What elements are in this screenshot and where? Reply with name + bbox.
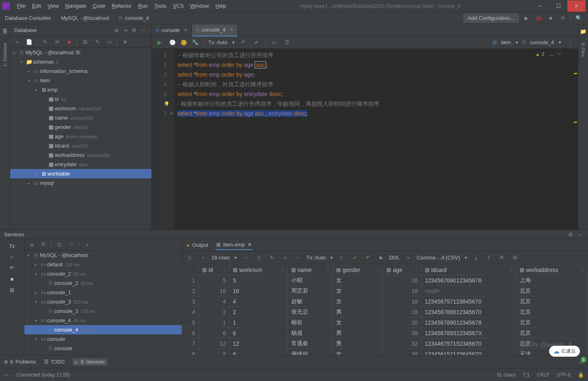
maximize-button[interactable]: ☐ [549, 0, 567, 12]
layout-icon[interactable]: ⊞ [10, 287, 14, 293]
result-grid[interactable]: ⊞ id ÷⊞ worknum ÷⊞ name ÷⊞ gender ÷⊞ age… [182, 264, 588, 360]
notifications-icon[interactable]: ▭1 [579, 359, 584, 365]
tab-services[interactable]: ▷8: Services [72, 358, 107, 366]
expand-icon[interactable]: ⇲ [27, 240, 36, 249]
service-row[interactable]: ▾▭console [24, 334, 182, 344]
col-workaddress[interactable]: ⊞ workaddress ÷ [516, 265, 588, 275]
filter2-icon[interactable]: ⚐ [67, 240, 76, 249]
menu-view[interactable]: View [44, 1, 62, 11]
tab-problems[interactable]: ⊘6: Problems [4, 359, 36, 365]
close-button[interactable]: ✕ [567, 0, 586, 12]
collapse2-icon[interactable]: ⇱ [39, 240, 48, 249]
reload-icon[interactable]: ↻ [267, 253, 276, 262]
minimize-button[interactable]: ─ [531, 0, 549, 12]
tree-row[interactable]: ▾⎘MySQL - @localhost 5 [10, 48, 151, 57]
history-icon[interactable]: 🕘 [168, 38, 177, 47]
tree-row[interactable]: ▾⊞emp [10, 85, 151, 94]
crumb-0[interactable]: Database Consoles [5, 15, 51, 21]
search-icon[interactable]: 🔍 [574, 14, 583, 23]
hide-icon[interactable]: ─ [138, 26, 147, 35]
group-icon[interactable]: ⊡ [55, 240, 64, 249]
col-idcard[interactable]: ⊞ idcard ÷ [421, 265, 516, 275]
tx-icon[interactable]: Tx [9, 243, 15, 249]
service-row[interactable]: ⎘console [24, 344, 182, 353]
tab-todo[interactable]: ☰TODO [44, 359, 64, 365]
update-icon[interactable]: ⟳ [558, 14, 567, 23]
warnings-indicator[interactable]: 2 ︿ ﹀ [535, 51, 562, 58]
menu-edit[interactable]: Edit [29, 1, 44, 11]
table-row[interactable]: 71212常遇春男32123446757152345670北京 [183, 338, 588, 349]
service-row[interactable]: ▸▭default 152 ms [24, 260, 182, 269]
export-format[interactable]: Comma-...d (CSV) [417, 255, 460, 261]
menu-tools[interactable]: Tools [151, 1, 170, 11]
tree-row[interactable]: ▾📁schemas 5 [10, 57, 151, 66]
add-configuration-button[interactable]: Add Configuration... [463, 13, 519, 23]
tree-row[interactable]: ▾▭item [10, 76, 151, 85]
sidebar-tab-files[interactable]: 0: Files [581, 43, 586, 57]
services-tree[interactable]: ▾⎘MySQL - @localhost▸▭default 152 ms▾▭co… [24, 250, 182, 360]
tree-row[interactable]: ▦id int [10, 94, 151, 104]
sidebar-tab-database[interactable]: 1: Database [2, 43, 7, 66]
upload-icon[interactable]: ⭱ [485, 253, 494, 262]
table-row[interactable]: 511柳岩女20123456789012345678北京 [183, 317, 588, 328]
stop3-icon[interactable]: ■ [376, 253, 385, 262]
table-row[interactable]: 155小昭女16123456769012345678上海 [183, 275, 588, 286]
prev-icon[interactable]: ‹ [198, 253, 207, 262]
first-icon[interactable]: |‹ [185, 253, 194, 262]
tree-row[interactable]: ▦idcard char(18) [10, 141, 151, 150]
submit-icon[interactable]: ✔ [350, 253, 359, 262]
collapse-icon[interactable]: ⇥ [121, 26, 130, 35]
scroll-from-source-icon[interactable]: ⊕ [112, 26, 121, 35]
indent-icon[interactable]: ▭ [4, 372, 9, 378]
tree-row[interactable]: ▸⊞worktable [10, 169, 151, 178]
explain-icon[interactable]: ▭ [270, 38, 279, 47]
rollback2-icon[interactable]: ↶ [363, 253, 372, 262]
settings-icon[interactable]: ⚙ [130, 26, 138, 35]
files-icon[interactable]: 📁 [580, 28, 586, 34]
service-row[interactable]: ▾▭console_4 49 ms [24, 316, 182, 325]
tree-row[interactable]: ▦entrydate date [10, 160, 151, 169]
hide-icon[interactable]: ─ [575, 230, 584, 239]
table-row[interactable]: 666杨逍男2812345678931234567X北京 [183, 328, 588, 338]
commit-icon[interactable] [181, 40, 187, 45]
tx-mode[interactable]: Tx: Auto [208, 39, 228, 45]
check-icon[interactable]: ✔ [10, 254, 14, 260]
close-icon[interactable]: ✕ [247, 242, 252, 248]
service-row[interactable]: ▸▭console_1 [24, 288, 182, 297]
col-age[interactable]: ⊞ age ÷ [383, 265, 421, 275]
lock-icon[interactable]: 🔒 [578, 372, 584, 378]
last-icon[interactable]: ›| [254, 253, 263, 262]
tab-console-4[interactable]: ⎘ console_4 ✕ [192, 24, 238, 36]
revert-icon[interactable]: ⎌ [337, 253, 346, 262]
table-row[interactable]: 422张无忌男18123456789012345670北京 [183, 307, 588, 317]
next-icon[interactable]: › [241, 253, 250, 262]
table-row[interactable]: 21616周芷若女18<null>北京 [183, 286, 588, 296]
more-icon[interactable]: ⋮ [566, 38, 575, 47]
debug-icon[interactable]: 🐞 [534, 14, 543, 23]
row-count[interactable]: 16 rows [211, 255, 230, 261]
stop2-icon[interactable]: ■ [11, 276, 14, 282]
tab-table[interactable]: ⊞ item.emp ✕ [215, 240, 252, 250]
tree-row[interactable]: ▦gender char(1) [10, 122, 151, 132]
gear-icon[interactable]: ⚙ [511, 253, 520, 262]
menu-refactor[interactable]: Refactor [109, 1, 135, 11]
table-icon[interactable]: ⊞ [81, 38, 89, 47]
grid-tx[interactable]: Tx: Auto [306, 255, 326, 261]
service-row[interactable]: ⎘console_2 50 ms [24, 278, 182, 288]
tree-row[interactable]: ▸▭information_schema [10, 66, 151, 76]
remove-row-icon[interactable]: － [293, 253, 302, 262]
database-tab-icon[interactable]: 🗄 [2, 28, 8, 34]
duplicate-icon[interactable]: 📄 [25, 38, 34, 47]
execute-icon[interactable]: ▶ [155, 38, 164, 47]
add-icon[interactable]: ＋ [83, 240, 92, 249]
stop-icon[interactable]: ■ [546, 14, 555, 23]
status-crlf[interactable]: CRLF [537, 372, 550, 378]
menu-run[interactable]: Run [135, 1, 151, 11]
download-icon[interactable]: ⭳ [472, 253, 481, 262]
col-worknum[interactable]: ⊞ worknum ÷ [229, 265, 288, 275]
stop-db-icon[interactable]: ■ [65, 38, 74, 47]
status-enc[interactable]: UTF-8 [557, 372, 571, 378]
col-name[interactable]: ⊞ name ÷ [288, 265, 333, 275]
refresh-icon[interactable]: ↻ [40, 38, 49, 47]
close-icon[interactable]: ✕ [230, 27, 233, 32]
